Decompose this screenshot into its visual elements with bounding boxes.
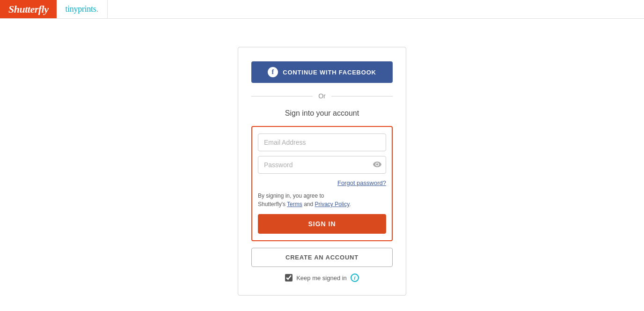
divider-text: Or	[318, 92, 326, 100]
shutterfly-logo: Shutterfly	[8, 3, 48, 15]
tinyprints-dot: .	[96, 4, 98, 14]
login-card: f CONTINUE WITH FACEBOOK Or Sign into yo…	[238, 47, 406, 296]
site-header: Shutterfly tinyprints.	[0, 0, 644, 19]
or-divider: Or	[251, 92, 393, 100]
legal-text: By signing in, you agree to Shutterfly's…	[258, 192, 386, 208]
keep-signed-checkbox[interactable]	[285, 274, 293, 281]
legal-brand: Shutterfly's	[258, 201, 285, 207]
form-highlighted-section: Forgot password? By signing in, you agre…	[251, 126, 393, 241]
email-input[interactable]	[258, 133, 386, 151]
legal-suffix: .	[349, 201, 351, 207]
signin-title: Sign into your account	[251, 109, 393, 118]
forgot-password-row: Forgot password?	[258, 178, 386, 187]
email-form-group	[258, 133, 386, 151]
keep-signed-label: Keep me signed in	[296, 274, 347, 281]
privacy-policy-link[interactable]: Privacy Policy	[315, 201, 350, 207]
tinyprints-logo-container: tinyprints.	[57, 0, 107, 18]
divider-line-left	[251, 96, 313, 96]
keep-signed-info-icon[interactable]: i	[351, 274, 359, 282]
create-account-button[interactable]: CREATE AN ACCOUNT	[251, 248, 393, 267]
password-input[interactable]	[258, 156, 386, 174]
password-input-wrapper	[258, 156, 386, 174]
main-content: f CONTINUE WITH FACEBOOK Or Sign into yo…	[0, 19, 644, 311]
keep-signed-row: Keep me signed in i	[251, 274, 393, 282]
password-form-group	[258, 156, 386, 174]
terms-link[interactable]: Terms	[287, 201, 302, 207]
tinyprints-logo: tinyprints	[65, 4, 96, 14]
forgot-password-link[interactable]: Forgot password?	[337, 179, 386, 186]
legal-and: and	[304, 201, 313, 207]
password-visibility-toggle[interactable]	[373, 161, 381, 169]
shutterfly-logo-container: Shutterfly	[0, 0, 57, 18]
signin-button[interactable]: SIGN IN	[258, 214, 386, 234]
info-icon-label: i	[354, 275, 355, 281]
legal-prefix: By signing in, you agree to	[258, 193, 324, 199]
continue-facebook-button[interactable]: f CONTINUE WITH FACEBOOK	[251, 61, 393, 83]
facebook-icon: f	[268, 67, 278, 77]
email-input-wrapper	[258, 133, 386, 151]
facebook-btn-label: CONTINUE WITH FACEBOOK	[283, 69, 376, 76]
divider-line-right	[331, 96, 393, 96]
